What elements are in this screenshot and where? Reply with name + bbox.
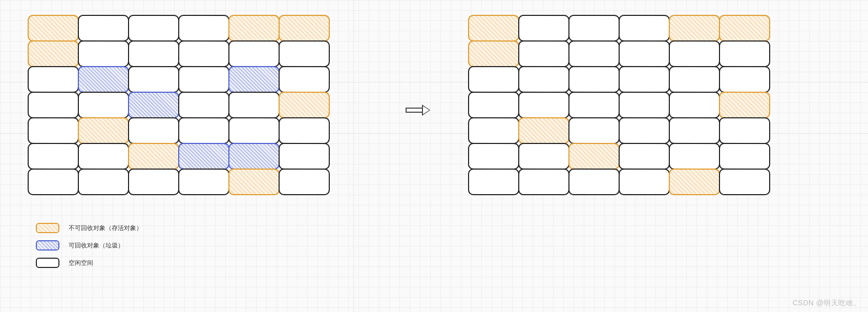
memory-cell-free [468,92,519,118]
memory-cell-free [568,40,620,67]
memory-cell-free [128,40,179,67]
heap-before-grid [28,15,329,195]
memory-cell-unrecyclable [228,169,280,195]
memory-cell-free [669,143,720,170]
legend-label-recyclable: 可回收对象（垃圾） [69,241,124,250]
memory-cell-free [568,66,620,93]
memory-cell-free [568,15,620,41]
memory-cell-free [279,169,330,195]
memory-cell-free [619,143,670,170]
memory-cell-free [518,66,569,93]
memory-cell-unrecyclable [669,169,720,195]
memory-cell-unrecyclable [28,40,79,67]
memory-cell-free [28,92,79,118]
memory-cell-unrecyclable [468,40,519,67]
memory-cell-free [669,92,720,118]
memory-cell-free [468,169,519,195]
memory-cell-free [28,143,79,170]
memory-cell-recyclable [78,66,129,93]
memory-cell-free [518,15,569,41]
memory-cell-free [619,40,670,67]
memory-cell-free [28,169,79,195]
memory-cell-recyclable [228,66,280,93]
memory-cell-free [178,117,229,144]
memory-cell-free [719,169,770,195]
memory-cell-free [719,117,770,144]
memory-cell-free [78,40,129,67]
memory-cell-free [128,117,179,144]
legend-swatch-recyclable [36,240,59,251]
memory-cell-free [178,66,229,93]
memory-cell-unrecyclable [719,15,770,41]
memory-cell-free [468,117,519,144]
memory-cell-free [669,117,720,144]
memory-cell-free [178,169,229,195]
helper-line [353,0,354,312]
memory-cell-free [228,117,280,144]
memory-cell-free [619,117,670,144]
arrow-icon [406,105,431,115]
memory-cell-free [228,92,280,118]
memory-cell-free [279,143,330,170]
memory-cell-unrecyclable [279,15,330,41]
memory-cell-free [78,15,129,41]
memory-cell-free [619,92,670,118]
memory-cell-free [279,40,330,67]
memory-cell-free [468,143,519,170]
memory-cell-unrecyclable [28,15,79,41]
memory-cell-free [719,40,770,67]
memory-cell-free [228,40,280,67]
memory-cell-unrecyclable [279,92,330,118]
memory-cell-unrecyclable [568,143,620,170]
memory-cell-free [518,169,569,195]
watermark: CSDN @明天吃啥。 [793,299,861,308]
memory-cell-free [719,143,770,170]
legend-swatch-free [36,258,59,268]
heap-after-grid [469,15,770,195]
memory-cell-free [568,92,620,118]
memory-cell-free [518,92,569,118]
legend-row-recyclable: 可回收对象（垃圾） [36,240,142,251]
memory-cell-unrecyclable [719,92,770,118]
memory-cell-free [619,169,670,195]
memory-cell-free [28,117,79,144]
legend-label-free: 空闲空间 [69,259,93,267]
memory-cell-free [178,15,229,41]
memory-cell-free [128,66,179,93]
memory-cell-unrecyclable [78,117,129,144]
memory-cell-free [128,15,179,41]
memory-cell-free [669,66,720,93]
memory-cell-recyclable [128,92,179,118]
memory-cell-recyclable [228,143,280,170]
memory-cell-free [78,169,129,195]
memory-cell-free [719,66,770,93]
memory-cell-unrecyclable [128,143,179,170]
memory-cell-free [468,66,519,93]
memory-cell-unrecyclable [669,15,720,41]
memory-cell-free [78,143,129,170]
memory-cell-free [279,66,330,93]
memory-cell-free [568,169,620,195]
memory-cell-free [128,169,179,195]
memory-cell-free [518,143,569,170]
memory-cell-recyclable [178,143,229,170]
legend-label-unrecyclable: 不可回收对象（存活对象） [69,224,142,233]
memory-cell-unrecyclable [228,15,280,41]
memory-cell-free [279,117,330,144]
legend-row-unrecyclable: 不可回收对象（存活对象） [36,223,142,233]
memory-cell-unrecyclable [468,15,519,41]
memory-cell-unrecyclable [518,117,569,144]
memory-cell-free [518,40,569,67]
legend: 不可回收对象（存活对象） 可回收对象（垃圾） 空闲空间 [36,223,142,275]
memory-cell-free [178,92,229,118]
memory-cell-free [28,66,79,93]
memory-cell-free [78,92,129,118]
memory-cell-free [619,66,670,93]
memory-cell-free [178,40,229,67]
memory-cell-free [619,15,670,41]
legend-swatch-unrecyclable [36,223,59,233]
memory-cell-free [568,117,620,144]
legend-row-free: 空闲空间 [36,258,142,268]
memory-cell-free [669,40,720,67]
